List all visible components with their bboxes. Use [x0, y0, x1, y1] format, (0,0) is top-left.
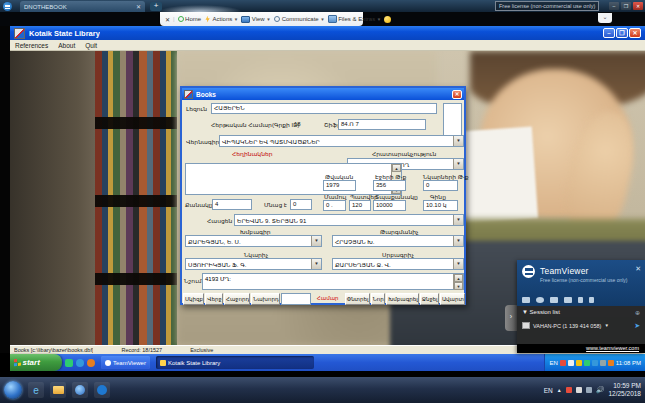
tray-icon[interactable]: [600, 360, 606, 366]
price-field[interactable]: 10.10 կ: [423, 200, 458, 211]
session-list-header[interactable]: ▼ Session list: [522, 309, 560, 315]
internet-explorer-icon[interactable]: e: [28, 382, 44, 398]
session-entry[interactable]: VAHAN-PC (1 139 414 058) ▼: [522, 322, 609, 329]
record-number-input[interactable]: [281, 293, 311, 305]
address-combobox[interactable]: ԵՐԵՎԱՆ 9. ՏԵՐՅԱՆ 91 ▼: [234, 214, 464, 226]
video-icon[interactable]: [522, 297, 530, 303]
note-textarea[interactable]: 4193 ՄՂ: ▲ ▼: [202, 273, 464, 290]
last-button[interactable]: Վերջ: [205, 293, 223, 305]
illustrator-combobox[interactable]: ՍՅՈՒՐԻԿՅԱՆ Ֆ. Գ. ▼: [185, 258, 322, 270]
taskbar-item-teamviewer[interactable]: TeamViewer: [101, 356, 150, 369]
host-minimize-button[interactable]: –: [609, 2, 619, 10]
volume-icon[interactable]: 🔊: [596, 386, 605, 394]
chevron-down-icon[interactable]: ▼: [453, 136, 463, 146]
menu-references[interactable]: References: [15, 42, 48, 49]
scroll-up-icon[interactable]: ▲: [392, 164, 401, 172]
pictures-field[interactable]: 0: [423, 180, 458, 191]
battery-icon[interactable]: [576, 387, 582, 393]
scroll-up-icon[interactable]: ▲: [454, 274, 463, 282]
chevron-down-icon[interactable]: ▼: [453, 215, 463, 225]
title-combobox[interactable]: ՎԻՊԱԿՆԵՐ ԵՎ ՊԱՏՄՎԱԾՔՆԵՐ ▼: [219, 135, 464, 147]
translator-combobox[interactable]: ՀՐԱՉՅԱՆ Խ. ▼: [332, 235, 464, 247]
host-close-button[interactable]: ✕: [633, 2, 643, 10]
menu-quit[interactable]: Quit: [85, 42, 97, 49]
close-session-button[interactable]: ✕: [165, 16, 170, 23]
next-button[interactable]: Հաջորդ: [224, 293, 250, 305]
host-clock[interactable]: 10:59 PM 12/25/2018: [608, 382, 641, 398]
host-maximize-button[interactable]: ❐: [621, 2, 631, 10]
cipher-field[interactable]: 84.Ո 7: [338, 119, 426, 130]
home-button[interactable]: Home: [178, 16, 202, 22]
toolbar-collapse-chevron[interactable]: ⌄: [598, 13, 612, 23]
feedback-smiley-icon[interactable]: [384, 16, 391, 23]
add-session-icon[interactable]: ⊕: [635, 309, 640, 316]
authors-listbox[interactable]: ▲ ▼: [185, 163, 402, 195]
screenshare-icon[interactable]: [564, 297, 572, 303]
new-tab-button[interactable]: +: [150, 2, 162, 11]
print-run-field[interactable]: 10000: [373, 200, 406, 211]
teamviewer-taskbar-icon[interactable]: [94, 382, 110, 398]
remaining-field[interactable]: 0: [290, 199, 312, 210]
audio-icon[interactable]: [536, 297, 544, 303]
language-field[interactable]: ՀԱՅԵՐԵՆ: [211, 103, 437, 114]
scroll-down-icon[interactable]: ▼: [454, 282, 463, 290]
press-field[interactable]: 0 .: [323, 200, 346, 211]
books-dialog-titlebar[interactable]: Books ✕: [182, 88, 464, 100]
close-tab-icon[interactable]: ✕: [136, 3, 141, 10]
start-button[interactable]: start: [10, 354, 62, 371]
session-tab[interactable]: DNOTHEBOOK ✕: [20, 1, 145, 12]
pages-field[interactable]: 356: [373, 180, 406, 191]
media-player-icon[interactable]: [72, 382, 88, 398]
tray-icon[interactable]: [560, 360, 566, 366]
chevron-down-icon[interactable]: ▼: [311, 259, 321, 269]
menu-about[interactable]: About: [58, 42, 75, 49]
edit-button[interactable]: Խմբագրել: [386, 293, 418, 305]
editor-combobox[interactable]: ՔԱՐԵԳՅԱՆ, Ե. Ս. ▼: [185, 235, 322, 247]
proofreader-combobox[interactable]: ՔԱՐՍԵՂՅԱՆ Ջ. Վ. ▼: [332, 258, 464, 270]
explorer-folder-icon[interactable]: [50, 382, 66, 398]
browser-icon[interactable]: [87, 359, 95, 367]
communicate-menu[interactable]: Communicate ▼: [274, 16, 325, 23]
close-button[interactable]: ✕: [629, 28, 641, 38]
language-indicator[interactable]: EN: [549, 360, 557, 366]
previous-button[interactable]: Նախորդ: [251, 293, 279, 305]
teamviewer-website-link[interactable]: www.teamviewer.com: [517, 344, 645, 353]
minimize-button[interactable]: –: [603, 28, 615, 38]
draw-icon[interactable]: [578, 297, 583, 303]
flag-icon[interactable]: [566, 387, 572, 393]
chat-icon[interactable]: [550, 297, 558, 303]
panel-expand-handle[interactable]: ›: [505, 305, 517, 331]
first-button[interactable]: Սկիզբ: [183, 293, 204, 305]
tray-icon[interactable]: [576, 360, 582, 366]
start-orb[interactable]: [4, 381, 22, 399]
search-button[interactable]: Փնտրել: [345, 293, 370, 305]
panel-close-icon[interactable]: ✕: [635, 265, 641, 273]
finish-button[interactable]: Ավարտ: [440, 293, 465, 305]
show-hidden-icons[interactable]: ▲: [557, 387, 562, 393]
tray-icon[interactable]: [584, 360, 590, 366]
tray-icon[interactable]: [568, 360, 574, 366]
maximize-button[interactable]: ❐: [616, 28, 628, 38]
new-button[interactable]: Նոր: [371, 293, 386, 305]
tray-icon[interactable]: [592, 360, 598, 366]
taskbar-item-library[interactable]: Kotaik State Library: [156, 356, 314, 369]
delete-button[interactable]: Ջնջել: [420, 293, 439, 305]
chevron-down-icon[interactable]: ▼: [311, 236, 321, 246]
chevron-down-icon[interactable]: ▼: [453, 259, 463, 269]
actions-menu[interactable]: Actions ▼: [204, 16, 238, 23]
tray-icon[interactable]: [608, 360, 614, 366]
year-field[interactable]: 1979: [323, 180, 356, 191]
language-indicator[interactable]: EN: [544, 387, 553, 394]
chevron-down-icon[interactable]: ▼: [453, 159, 463, 169]
chevron-down-icon[interactable]: ▼: [453, 236, 463, 246]
note-scrollbar[interactable]: ▲ ▼: [453, 274, 463, 289]
order-field[interactable]: 120: [349, 200, 371, 211]
collapse-icon[interactable]: [589, 297, 594, 303]
files-extras-menu[interactable]: Files & Extras ▼: [328, 15, 381, 23]
view-menu[interactable]: View ▼: [241, 16, 270, 23]
library-window-titlebar[interactable]: Kotaik State Library – ❐ ✕: [10, 26, 645, 40]
quicklaunch-icon[interactable]: [65, 359, 73, 367]
quantity-field[interactable]: 4: [212, 199, 252, 210]
internet-explorer-icon[interactable]: [76, 359, 84, 367]
books-close-button[interactable]: ✕: [452, 90, 462, 99]
